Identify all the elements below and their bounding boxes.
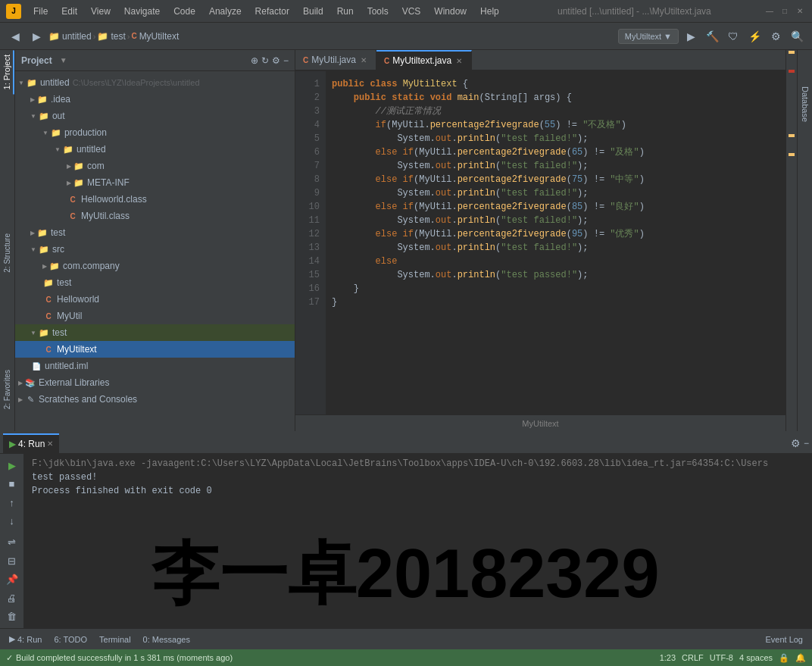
tab-myutiltext-close[interactable]: ✕ xyxy=(454,57,464,65)
encoding[interactable]: UTF-8 xyxy=(710,653,733,662)
search-everywhere-button[interactable]: 🔍 xyxy=(788,27,806,45)
back-button[interactable]: ◀ xyxy=(6,27,24,45)
tree-helloworld-java[interactable]: C Helloworld xyxy=(15,291,295,308)
menu-run[interactable]: Run xyxy=(331,5,360,18)
run-scroll-down-button[interactable]: ↓ xyxy=(3,512,21,529)
notifications-icon[interactable]: 🔔 xyxy=(795,653,806,663)
tree-production[interactable]: ▼ 📁 production xyxy=(15,124,295,141)
tree-test-src[interactable]: 📁 test xyxy=(15,274,295,291)
run-minimize-button[interactable]: − xyxy=(804,438,809,449)
bottom-tabs: ▶ 4: Run ✕ ⚙ − xyxy=(0,433,812,454)
menu-build[interactable]: Build xyxy=(297,5,329,18)
run-tab-close[interactable]: ✕ xyxy=(47,439,53,448)
panel-minimize-icon[interactable]: − xyxy=(283,55,289,66)
messages-tab[interactable]: 0: Messages xyxy=(137,633,196,646)
build-button[interactable]: 🔨 xyxy=(703,27,721,45)
status-right: 1:23 CRLF UTF-8 4 spaces 🔒 🔔 xyxy=(660,653,806,663)
run-config-selector[interactable]: MyUtiltext ▼ xyxy=(618,29,679,44)
bottom-toolbar: ▶ 4: Run 6: TODO Terminal 0: Messages Ev… xyxy=(0,628,812,649)
line-num-14: 14 xyxy=(295,255,326,268)
indent-info[interactable]: 4 spaces xyxy=(739,653,773,662)
tree-helloworld-class[interactable]: C Helloworld.class xyxy=(15,191,295,208)
forward-button[interactable]: ▶ xyxy=(27,27,45,45)
idea-folder-icon: 📁 xyxy=(36,93,48,105)
right-side-tabs: Database xyxy=(797,50,812,431)
tree-out[interactable]: ▼ 📁 out xyxy=(15,108,295,124)
run-scroll-up-button[interactable]: ↑ xyxy=(3,494,21,511)
favorites-tab[interactable]: 2: Favorites xyxy=(2,367,13,412)
run-output: F:\jdk\bin\java.exe -javaagent:C:\Users\… xyxy=(24,454,812,628)
run-wrap-button[interactable]: ⇌ xyxy=(3,534,21,551)
profile-button[interactable]: ⚡ xyxy=(745,27,764,45)
tree-metainf[interactable]: ▶ 📁 META-INF xyxy=(15,174,295,191)
run-stop-button[interactable]: ■ xyxy=(3,475,21,492)
tree-idea[interactable]: ▶ 📁 .idea xyxy=(15,91,295,108)
tree-test-top[interactable]: ▶ 📁 test xyxy=(15,224,295,241)
tree-com[interactable]: ▶ 📁 com xyxy=(15,158,295,174)
menu-vcs[interactable]: VCS xyxy=(396,5,427,18)
tab-myutiltext[interactable]: C MyUtiltext.java ✕ xyxy=(376,50,472,70)
run-play-button[interactable]: ▶ xyxy=(3,457,21,474)
build-status-icon: ✓ xyxy=(6,653,13,663)
menu-refactor[interactable]: Refactor xyxy=(249,5,295,18)
bottom-panel: ▶ 4: Run ✕ ⚙ − ▶ ■ ↑ ↓ ⇌ ⊟ 📌 🖨 🗑 F:\jdk\… xyxy=(0,431,812,628)
menu-help[interactable]: Help xyxy=(474,5,505,18)
lock-icon[interactable]: 🔒 xyxy=(779,653,789,663)
run-button[interactable]: ▶ xyxy=(682,27,700,45)
run-tab[interactable]: ▶ 4: Run ✕ xyxy=(3,433,59,453)
line-num-7: 7 xyxy=(295,159,326,173)
coverage-button[interactable]: 🛡 xyxy=(724,27,742,45)
breadcrumb-test[interactable]: 📁 test xyxy=(97,31,125,42)
breadcrumb-file[interactable]: C MyUtiltext xyxy=(131,31,179,42)
run-layout-button[interactable]: ⊟ xyxy=(3,552,21,569)
menu-edit[interactable]: Edit xyxy=(55,5,83,18)
cursor-position[interactable]: 1:23 xyxy=(660,653,676,662)
tree-root[interactable]: ▼ 📁 untitled C:\Users\LYZ\IdeaProjects\u… xyxy=(15,74,295,91)
minimize-button[interactable]: — xyxy=(764,5,776,17)
tree-test-folder[interactable]: ▼ 📁 test xyxy=(15,324,295,341)
tab-myutil[interactable]: C MyUtil.java ✕ xyxy=(295,50,376,70)
code-editor[interactable]: 1234567891011121314151617 public class M… xyxy=(295,71,785,414)
event-log-link[interactable]: Event Log xyxy=(759,633,809,646)
tab-myutil-close[interactable]: ✕ xyxy=(359,56,368,64)
tree-out-untitled[interactable]: ▼ 📁 untitled xyxy=(15,141,295,158)
menu-analyze[interactable]: Analyze xyxy=(203,5,248,18)
menu-view[interactable]: View xyxy=(85,5,117,18)
toolbar: ◀ ▶ 📁 untitled › 📁 test › C MyUtiltext M… xyxy=(0,23,812,50)
database-tab[interactable]: Database xyxy=(798,80,812,128)
close-button[interactable]: ✕ xyxy=(794,5,806,17)
structure-tab[interactable]: 2: Structure xyxy=(2,230,13,276)
run-trash-button[interactable]: 🗑 xyxy=(3,608,21,625)
tree-myutil-class[interactable]: C MyUtil.class xyxy=(15,208,295,224)
menu-navigate[interactable]: Navigate xyxy=(118,5,166,18)
code-content[interactable]: public class MyUtiltext { public static … xyxy=(326,71,785,414)
line-separator[interactable]: CRLF xyxy=(682,653,704,662)
tree-ext-libs[interactable]: ▶ 📚 External Libraries xyxy=(15,374,295,391)
run-bottom-tab[interactable]: ▶ 4: Run xyxy=(3,632,48,646)
menu-file[interactable]: File xyxy=(27,5,54,18)
tree-myutiltext[interactable]: C MyUtiltext xyxy=(15,341,295,358)
maximize-button[interactable]: □ xyxy=(779,5,791,17)
menu-window[interactable]: Window xyxy=(428,5,473,18)
run-settings-button[interactable]: ⚙ xyxy=(791,437,801,449)
info-marker2 xyxy=(789,153,795,156)
tree-scratches[interactable]: ▶ ✎ Scratches and Consoles xyxy=(15,391,295,408)
tree-src[interactable]: ▼ 📁 src xyxy=(15,241,295,258)
menu-tools[interactable]: Tools xyxy=(361,5,395,18)
bottom-content: ▶ ■ ↑ ↓ ⇌ ⊟ 📌 🖨 🗑 F:\jdk\bin\java.exe -j… xyxy=(0,454,812,628)
menu-code[interactable]: Code xyxy=(167,5,201,18)
run-pin-button[interactable]: 📌 xyxy=(3,571,21,588)
tree-iml[interactable]: 📄 untitled.iml xyxy=(15,358,295,374)
run-print-button[interactable]: 🖨 xyxy=(3,589,21,606)
panel-add-icon[interactable]: ⊕ xyxy=(251,55,258,66)
panel-sync-icon[interactable]: ↻ xyxy=(261,55,269,66)
run-sidebar: ▶ ■ ↑ ↓ ⇌ ⊟ 📌 🖨 🗑 xyxy=(0,454,24,628)
project-tab[interactable]: 1: Project xyxy=(0,50,14,94)
todo-tab[interactable]: 6: TODO xyxy=(48,633,93,646)
settings-button[interactable]: ⚙ xyxy=(767,27,785,45)
breadcrumb-root[interactable]: 📁 untitled xyxy=(48,31,92,42)
terminal-tab[interactable]: Terminal xyxy=(93,633,137,646)
panel-gear-icon[interactable]: ⚙ xyxy=(272,55,280,66)
tree-com-company[interactable]: ▶ 📁 com.company xyxy=(15,258,295,274)
tree-myutil-java[interactable]: C MyUtil xyxy=(15,308,295,324)
